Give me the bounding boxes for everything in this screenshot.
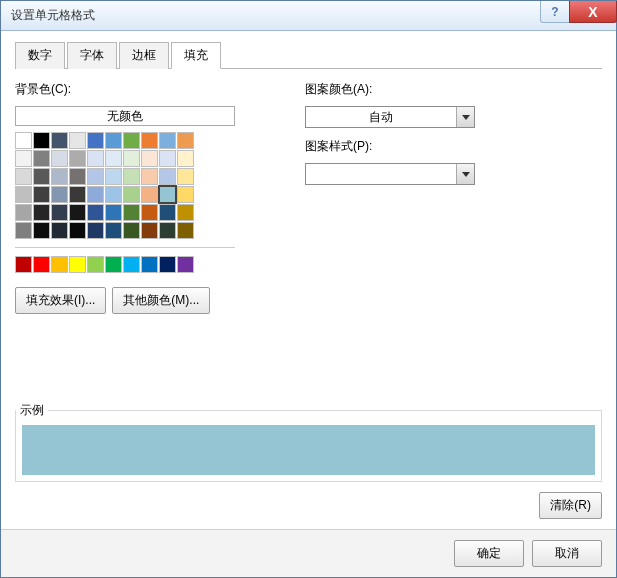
- color-swatch[interactable]: [87, 256, 104, 273]
- color-swatch[interactable]: [141, 132, 158, 149]
- cancel-button[interactable]: 取消: [532, 540, 602, 567]
- color-swatch[interactable]: [15, 132, 32, 149]
- color-swatch[interactable]: [123, 168, 140, 185]
- other-colors-button[interactable]: 其他颜色(M)...: [112, 287, 210, 314]
- color-swatch[interactable]: [105, 150, 122, 167]
- separator: [15, 247, 235, 248]
- color-swatch[interactable]: [51, 186, 68, 203]
- tab-strip: 数字字体边框填充: [15, 41, 602, 69]
- color-swatch[interactable]: [15, 204, 32, 221]
- color-swatch[interactable]: [159, 186, 176, 203]
- tab-body-fill: 背景色(C): 无颜色 填充效果(I)... 其他颜色(M)... 图案颜色(A…: [15, 77, 602, 519]
- pattern-style-label: 图案样式(P):: [305, 138, 602, 155]
- upper-row: 背景色(C): 无颜色 填充效果(I)... 其他颜色(M)... 图案颜色(A…: [15, 77, 602, 314]
- color-swatch[interactable]: [141, 256, 158, 273]
- color-swatch[interactable]: [51, 168, 68, 185]
- color-swatch[interactable]: [105, 256, 122, 273]
- color-swatch[interactable]: [15, 222, 32, 239]
- color-swatch[interactable]: [123, 132, 140, 149]
- color-swatch[interactable]: [105, 186, 122, 203]
- color-swatch[interactable]: [159, 204, 176, 221]
- color-swatch[interactable]: [69, 222, 86, 239]
- color-swatch[interactable]: [33, 222, 50, 239]
- color-swatch[interactable]: [159, 168, 176, 185]
- clear-button[interactable]: 清除(R): [539, 492, 602, 519]
- tab-1[interactable]: 字体: [67, 42, 117, 69]
- color-swatch[interactable]: [123, 186, 140, 203]
- color-swatch[interactable]: [87, 222, 104, 239]
- color-swatch[interactable]: [51, 256, 68, 273]
- color-swatch[interactable]: [33, 204, 50, 221]
- color-swatch[interactable]: [177, 132, 194, 149]
- color-swatch[interactable]: [159, 222, 176, 239]
- color-swatch[interactable]: [33, 186, 50, 203]
- color-swatch[interactable]: [69, 186, 86, 203]
- color-swatch[interactable]: [15, 256, 32, 273]
- color-swatch[interactable]: [69, 150, 86, 167]
- color-swatch[interactable]: [105, 168, 122, 185]
- pattern-color-combo[interactable]: 自动: [305, 106, 475, 128]
- color-swatch[interactable]: [87, 186, 104, 203]
- color-swatch[interactable]: [177, 222, 194, 239]
- color-swatch[interactable]: [177, 168, 194, 185]
- color-swatch[interactable]: [141, 150, 158, 167]
- tab-3[interactable]: 填充: [171, 42, 221, 69]
- color-swatch[interactable]: [87, 150, 104, 167]
- color-swatch[interactable]: [141, 168, 158, 185]
- color-swatch[interactable]: [141, 222, 158, 239]
- color-swatch[interactable]: [69, 256, 86, 273]
- color-swatch[interactable]: [177, 186, 194, 203]
- tab-2[interactable]: 边框: [119, 42, 169, 69]
- color-swatch[interactable]: [51, 222, 68, 239]
- theme-colors-grid: [15, 132, 265, 239]
- color-swatch[interactable]: [123, 222, 140, 239]
- color-swatch[interactable]: [105, 222, 122, 239]
- color-swatch[interactable]: [87, 204, 104, 221]
- color-swatch[interactable]: [69, 168, 86, 185]
- color-swatch[interactable]: [159, 150, 176, 167]
- color-swatch[interactable]: [15, 186, 32, 203]
- color-swatch[interactable]: [51, 204, 68, 221]
- color-swatch[interactable]: [15, 168, 32, 185]
- pattern-style-combo[interactable]: [305, 163, 475, 185]
- bgcolor-label: 背景色(C):: [15, 81, 265, 98]
- pattern-section: 图案颜色(A): 自动 图案样式(P):: [305, 77, 602, 314]
- sample-legend: 示例: [16, 402, 48, 419]
- color-swatch[interactable]: [105, 204, 122, 221]
- color-swatch[interactable]: [177, 150, 194, 167]
- color-swatch[interactable]: [69, 204, 86, 221]
- titlebar: 设置单元格格式 ? X: [1, 1, 616, 31]
- color-swatch[interactable]: [177, 256, 194, 273]
- color-swatch[interactable]: [69, 132, 86, 149]
- color-swatch[interactable]: [51, 150, 68, 167]
- close-button[interactable]: X: [569, 1, 617, 23]
- color-swatch[interactable]: [123, 150, 140, 167]
- color-swatch[interactable]: [33, 150, 50, 167]
- color-swatch[interactable]: [105, 132, 122, 149]
- dialog-footer: 确定 取消: [1, 529, 616, 577]
- pattern-style-value: [306, 164, 456, 184]
- color-swatch[interactable]: [123, 256, 140, 273]
- color-swatch[interactable]: [33, 132, 50, 149]
- fill-effects-button[interactable]: 填充效果(I)...: [15, 287, 106, 314]
- color-swatch[interactable]: [51, 132, 68, 149]
- color-swatch[interactable]: [141, 186, 158, 203]
- color-swatch[interactable]: [87, 132, 104, 149]
- color-swatch[interactable]: [141, 204, 158, 221]
- pattern-color-label: 图案颜色(A):: [305, 81, 602, 98]
- color-swatch[interactable]: [33, 168, 50, 185]
- tab-0[interactable]: 数字: [15, 42, 65, 69]
- color-swatch[interactable]: [33, 256, 50, 273]
- chevron-down-icon: [456, 164, 474, 184]
- color-swatch[interactable]: [159, 132, 176, 149]
- close-icon: X: [588, 4, 597, 20]
- color-swatch[interactable]: [159, 256, 176, 273]
- ok-button[interactable]: 确定: [454, 540, 524, 567]
- color-swatch[interactable]: [87, 168, 104, 185]
- no-color-button[interactable]: 无颜色: [15, 106, 235, 126]
- help-button[interactable]: ?: [540, 1, 570, 23]
- color-swatch[interactable]: [123, 204, 140, 221]
- color-swatch[interactable]: [15, 150, 32, 167]
- window-title: 设置单元格格式: [11, 7, 540, 24]
- color-swatch[interactable]: [177, 204, 194, 221]
